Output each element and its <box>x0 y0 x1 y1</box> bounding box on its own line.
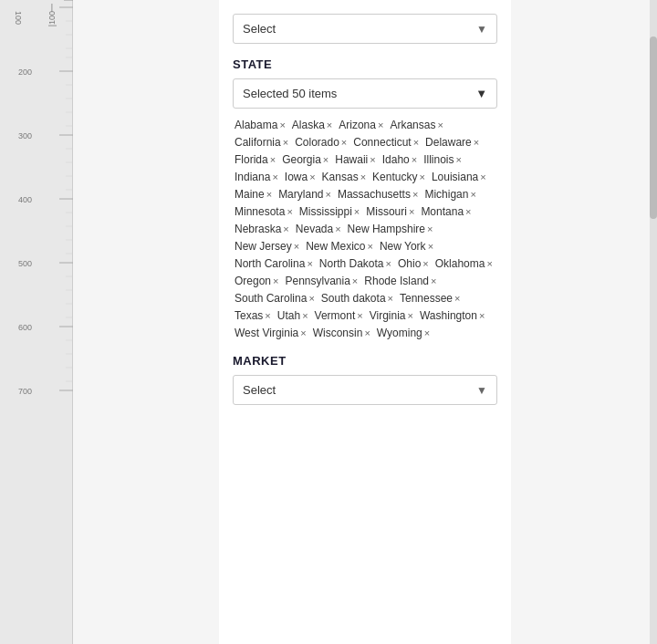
state-tag-label: Hawaii <box>335 153 368 166</box>
state-tag-label: Montana <box>421 205 464 218</box>
state-tag-remove-button[interactable]: × <box>272 171 277 182</box>
state-tag-remove-button[interactable]: × <box>302 310 308 321</box>
state-tag-remove-button[interactable]: × <box>422 258 428 269</box>
state-tag-label: South Carolina <box>235 292 307 305</box>
state-tag-remove-button[interactable]: × <box>294 241 299 252</box>
state-tag: North Carolina× <box>233 256 315 271</box>
state-tag: Texas× <box>233 308 273 323</box>
state-tag-remove-button[interactable]: × <box>386 258 391 269</box>
state-tag: Georgia× <box>280 152 330 167</box>
state-tag: North Dakota× <box>318 256 393 271</box>
state-tag: Virginia× <box>368 308 415 323</box>
state-tag-remove-button[interactable]: × <box>424 327 430 338</box>
state-tag-remove-button[interactable]: × <box>409 206 414 217</box>
state-tag-remove-button[interactable]: × <box>486 258 492 269</box>
state-tag-label: New York <box>380 240 426 253</box>
state-tag-label: Pennsylvania <box>285 275 349 287</box>
ruler: |100 | 100 200 300 400 500 600 700 <box>0 0 73 644</box>
state-tag: South dakota× <box>319 291 395 306</box>
state-tag-remove-button[interactable]: × <box>335 223 340 234</box>
state-tag-remove-button[interactable]: × <box>283 223 288 234</box>
state-tag-label: Oregon <box>235 275 271 287</box>
state-tag-remove-button[interactable]: × <box>308 293 314 304</box>
state-tag-remove-button[interactable]: × <box>360 171 366 182</box>
top-select-dropdown[interactable]: Select ▼ <box>233 14 497 44</box>
state-tag-remove-button[interactable]: × <box>287 206 292 217</box>
state-tag-label: Colorado <box>295 136 339 149</box>
state-tag-remove-button[interactable]: × <box>323 154 328 165</box>
state-tag-label: Texas <box>235 309 263 322</box>
state-tag-remove-button[interactable]: × <box>465 206 471 217</box>
state-tag: Arkansas× <box>388 118 444 132</box>
state-tag-label: California <box>235 136 281 149</box>
state-tag: Pennsylvania× <box>283 274 360 288</box>
svg-text:400: 400 <box>18 195 32 204</box>
state-tag-label: Virginia <box>370 309 406 322</box>
state-tag-remove-button[interactable]: × <box>437 119 443 130</box>
market-section-label: MARKET <box>233 354 497 368</box>
state-tag-label: New Jersey <box>235 240 292 253</box>
state-tag-remove-button[interactable]: × <box>341 137 347 148</box>
state-selected-text: Selected 50 items <box>243 87 337 100</box>
state-tag: Wyoming× <box>375 326 432 340</box>
state-tag-remove-button[interactable]: × <box>327 119 332 130</box>
state-tag-remove-button[interactable]: × <box>480 171 485 182</box>
state-tag: Nevada× <box>294 222 343 236</box>
state-tag-label: Maryland <box>278 188 323 201</box>
state-tag-remove-button[interactable]: × <box>474 137 479 148</box>
state-tag-remove-button[interactable]: × <box>354 206 360 217</box>
state-tag-remove-button[interactable]: × <box>427 223 433 234</box>
state-tag-remove-button[interactable]: × <box>378 119 383 130</box>
state-tag-remove-button[interactable]: × <box>357 310 362 321</box>
state-tag-remove-button[interactable]: × <box>454 293 460 304</box>
state-tag-remove-button[interactable]: × <box>309 171 315 182</box>
market-select-dropdown[interactable]: Select ▼ <box>233 375 497 405</box>
state-tag-remove-button[interactable]: × <box>456 154 462 165</box>
state-tag-label: Iowa <box>285 171 308 183</box>
state-tag-remove-button[interactable]: × <box>367 241 372 252</box>
scrollbar[interactable] <box>650 0 657 644</box>
state-tag-remove-button[interactable]: × <box>307 258 312 269</box>
state-tag: Indiana× <box>233 170 280 184</box>
state-tag-remove-button[interactable]: × <box>370 154 375 165</box>
state-tag: Vermont× <box>313 308 365 323</box>
state-tag-label: Louisiana <box>432 171 478 183</box>
state-tag-remove-button[interactable]: × <box>265 310 270 321</box>
state-tag-remove-button[interactable]: × <box>431 275 436 286</box>
state-tag-remove-button[interactable]: × <box>412 189 418 200</box>
state-tag-remove-button[interactable]: × <box>470 189 475 200</box>
svg-text:700: 700 <box>18 387 32 396</box>
state-tag-remove-button[interactable]: × <box>419 171 424 182</box>
state-select-dropdown[interactable]: Selected 50 items ▼ <box>233 78 497 109</box>
state-tag-remove-button[interactable]: × <box>325 189 330 200</box>
state-tag-remove-button[interactable]: × <box>364 327 370 338</box>
state-tag-label: Illinois <box>423 153 454 166</box>
state-tag: Mississippi× <box>297 204 361 219</box>
state-tag-label: Alaska <box>292 119 325 131</box>
state-tag-remove-button[interactable]: × <box>479 310 485 321</box>
state-tag-label: Michigan <box>424 188 468 201</box>
state-tag-remove-button[interactable]: × <box>270 154 276 165</box>
state-tag-remove-button[interactable]: × <box>300 327 306 338</box>
state-tag-label: Oklahoma <box>435 257 485 270</box>
state-tag-label: Rhode Island <box>364 275 429 287</box>
scrollbar-thumb[interactable] <box>650 36 657 219</box>
state-tag-remove-button[interactable]: × <box>413 137 419 148</box>
state-tag: Oklahoma× <box>433 256 495 271</box>
state-tag-remove-button[interactable]: × <box>273 275 278 286</box>
state-tag-remove-button[interactable]: × <box>408 310 413 321</box>
state-tags-container: Alabama×Alaska×Arizona×Arkansas×Californ… <box>233 118 497 340</box>
state-tag-label: North Dakota <box>319 257 384 270</box>
state-tag-remove-button[interactable]: × <box>279 119 285 130</box>
state-tag-remove-button[interactable]: × <box>388 293 393 304</box>
state-tag-remove-button[interactable]: × <box>266 189 272 200</box>
state-tag-remove-button[interactable]: × <box>283 137 288 148</box>
state-tag-remove-button[interactable]: × <box>352 275 358 286</box>
svg-text:200: 200 <box>18 68 32 77</box>
svg-text:600: 600 <box>18 323 32 332</box>
state-tag: Illinois× <box>422 152 464 167</box>
state-tag-remove-button[interactable]: × <box>412 154 417 165</box>
state-tag-label: Massachusetts <box>338 188 411 201</box>
state-tag: Kentucky× <box>370 170 427 184</box>
state-tag-remove-button[interactable]: × <box>428 241 433 252</box>
